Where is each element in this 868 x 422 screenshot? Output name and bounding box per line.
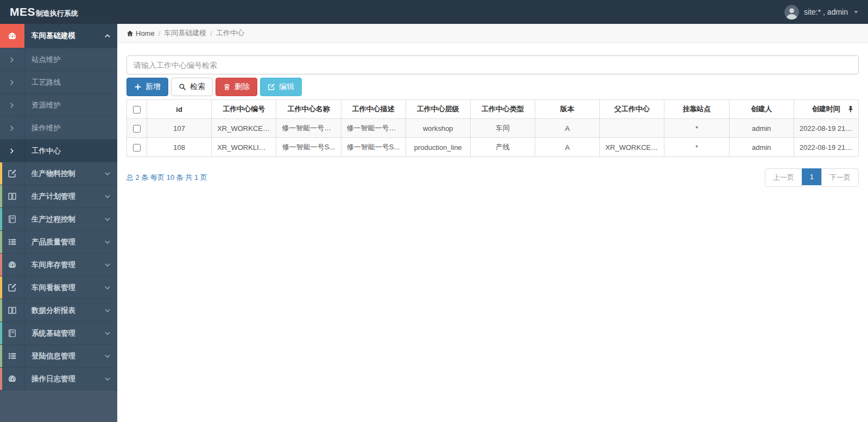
pagination: 总 2 条 每页 10 条 共 1 页 上一页 1 下一页: [126, 168, 859, 187]
column-header-7[interactable]: 父工作中心: [600, 100, 664, 119]
pagination-page-1[interactable]: 1: [802, 168, 822, 187]
sidebar-group-8[interactable]: 系统基础管理: [0, 322, 117, 345]
table-row[interactable]: 107XR_WORKCEN...修一智能一号车间修一智能一号车间workshop…: [127, 119, 859, 138]
sidebar-group-0[interactable]: 车间基础建模: [0, 24, 117, 48]
sidebar-group-10[interactable]: 操作日志管理: [0, 368, 117, 390]
sidebar-group-label: 操作日志管理: [24, 368, 98, 390]
breadcrumb-home-label: Home: [136, 29, 155, 37]
sidebar-group-3[interactable]: 生产过程控制: [0, 208, 117, 231]
chevron-right-icon: [9, 148, 15, 154]
edit-icon: [268, 83, 275, 91]
sidebar-group-rail: [0, 185, 24, 207]
sidebar-item-0-3[interactable]: 操作维护: [0, 117, 117, 140]
breadcrumb-item-1[interactable]: 车间基础建模: [164, 28, 206, 38]
cell-0-10: 2022-08-19 21:1...: [794, 119, 858, 138]
sidebar-group-label: 生产计划管理: [24, 185, 98, 207]
pin-icon[interactable]: [848, 106, 853, 113]
table-row[interactable]: 108XR_WORKLINE...修一智能一号S...修一智能一号S...pro…: [127, 138, 859, 157]
sidebar-item-0-2[interactable]: 资源维护: [0, 94, 117, 117]
cell-0-8: *: [664, 119, 729, 138]
chevron-down-icon: [98, 254, 117, 276]
edit-button-label: 编辑: [279, 82, 294, 92]
search-input[interactable]: [126, 55, 859, 74]
cell-1-6: A: [535, 138, 600, 157]
user-avatar: [784, 5, 799, 20]
edit-button[interactable]: 编辑: [260, 78, 302, 96]
list-icon: [8, 351, 17, 361]
cell-0-7: [600, 119, 664, 138]
row-checkbox[interactable]: [133, 125, 141, 133]
pagination-next[interactable]: 下一页: [822, 168, 859, 187]
work-center-table: id工作中心编号工作中心名称工作中心描述工作中心层级工作中心类型版本父工作中心挂…: [126, 99, 859, 157]
cell-1-10: 2022-08-19 21:1...: [794, 138, 858, 157]
sidebar-group-label: 系统基础管理: [24, 322, 98, 344]
sidebar-group-9[interactable]: 登陆信息管理: [0, 345, 117, 368]
column-header-2[interactable]: 工作中心名称: [276, 100, 341, 119]
sidebar-group-label: 产品质量管理: [24, 231, 98, 253]
column-header-3[interactable]: 工作中心描述: [341, 100, 406, 119]
trash-icon: [223, 83, 231, 91]
sidebar-item-label: 资源维护: [24, 94, 117, 116]
sidebar-group-rail: [0, 231, 24, 253]
column-header-9[interactable]: 创建人: [729, 100, 794, 119]
chevron-down-icon: [98, 231, 117, 253]
column-header-4[interactable]: 工作中心层级: [406, 100, 470, 119]
column-header-0[interactable]: id: [147, 100, 212, 119]
topbar: MES 制造执行系统 site:* , admin: [0, 0, 868, 24]
columns-icon: [8, 306, 17, 315]
sidebar-group-6[interactable]: 车间看板管理: [0, 276, 117, 299]
sidebar-group-1[interactable]: 生产物料控制: [0, 162, 117, 185]
sidebar-group-label: 车间库存管理: [24, 254, 98, 276]
sidebar-item-0-0[interactable]: 站点维护: [0, 48, 117, 71]
sidebar-item-rail: [0, 140, 24, 162]
user-menu[interactable]: site:* , admin: [784, 5, 859, 20]
sidebar-group-7[interactable]: 数据分析报表: [0, 299, 117, 322]
delete-button[interactable]: 删除: [216, 78, 257, 96]
select-all-checkbox[interactable]: [133, 106, 141, 114]
sidebar-item-label: 工艺路线: [24, 71, 117, 93]
cell-0-0: 107: [147, 119, 212, 138]
row-checkbox[interactable]: [133, 144, 141, 152]
breadcrumb-home[interactable]: Home: [126, 29, 155, 37]
breadcrumb-separator: /: [210, 29, 212, 37]
toolbar: 新增 检索 删除 编辑: [126, 78, 859, 96]
chevron-right-icon: [9, 102, 15, 109]
sidebar-group-rail: [0, 322, 24, 344]
cell-1-5: 产线: [470, 138, 535, 157]
sidebar-group-4[interactable]: 产品质量管理: [0, 231, 117, 254]
column-header-6[interactable]: 版本: [535, 100, 600, 119]
sidebar-group-label: 登陆信息管理: [24, 345, 98, 367]
content: 新增 检索 删除 编辑: [117, 43, 868, 187]
sidebar-group-5[interactable]: 车间库存管理: [0, 254, 117, 276]
sidebar-group-2[interactable]: 生产计划管理: [0, 185, 117, 208]
sidebar-item-0-4[interactable]: 工作中心: [0, 140, 117, 162]
add-button[interactable]: 新增: [126, 78, 168, 96]
book-icon: [8, 215, 17, 224]
row-select-cell: [127, 119, 147, 138]
home-icon: [126, 30, 134, 37]
cell-1-7: XR_WORKCEN...: [600, 138, 664, 157]
sidebar-item-0-1[interactable]: 工艺路线: [0, 71, 117, 94]
columns-icon: [8, 192, 17, 201]
pager: 上一页 1 下一页: [765, 168, 859, 187]
search-button[interactable]: 检索: [171, 78, 213, 96]
column-header-1[interactable]: 工作中心编号: [212, 100, 276, 119]
app-logo-sub: 制造执行系统: [36, 9, 78, 18]
cell-1-9: admin: [729, 138, 794, 157]
app-logo[interactable]: MES 制造执行系统: [10, 5, 78, 18]
sidebar-item-rail: [0, 117, 24, 139]
caret-down-icon: [853, 9, 859, 15]
row-select-cell: [127, 138, 147, 157]
list-icon: [8, 237, 17, 247]
chevron-down-icon: [98, 162, 117, 185]
sidebar-item-label: 站点维护: [24, 48, 117, 71]
cell-0-9: admin: [729, 119, 794, 138]
column-header-8[interactable]: 挂靠站点: [664, 100, 729, 119]
pagination-prev[interactable]: 上一页: [765, 168, 802, 187]
gauge-icon: [8, 32, 17, 41]
chevron-down-icon: [98, 345, 117, 367]
column-header-5[interactable]: 工作中心类型: [470, 100, 535, 119]
gauge-icon: [8, 260, 17, 269]
column-header-10[interactable]: 创建时间: [794, 100, 858, 119]
cell-1-3: 修一智能一号S...: [341, 138, 406, 157]
